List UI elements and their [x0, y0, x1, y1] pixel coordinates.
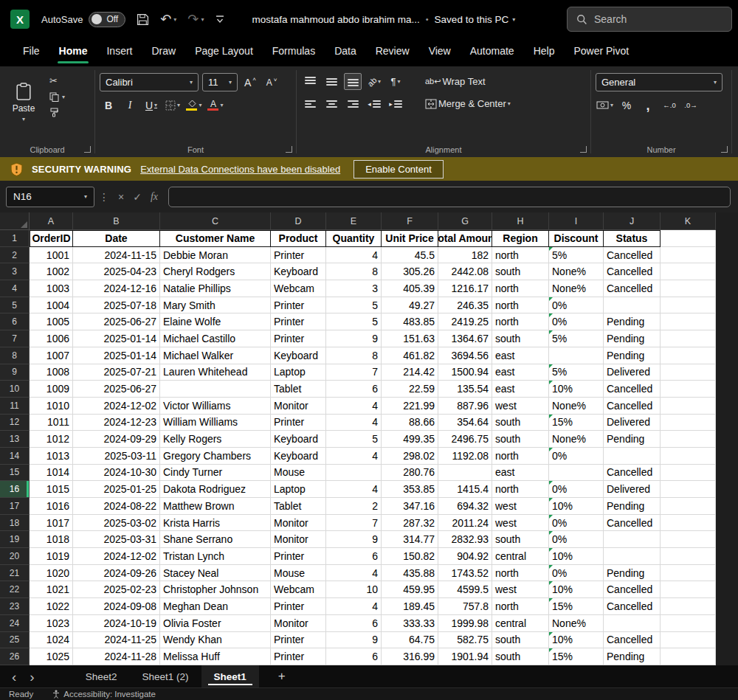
row-header-16[interactable]: 16	[0, 481, 30, 498]
cell-K26[interactable]	[661, 648, 716, 665]
cell-C5[interactable]: Mary Smith	[160, 297, 271, 314]
cell-G20[interactable]: 904.92	[438, 548, 492, 565]
cell-C13[interactable]: Kelly Rogers	[160, 431, 271, 448]
row-header-2[interactable]: 2	[0, 247, 30, 264]
row-header-11[interactable]: 11	[0, 398, 30, 415]
cell-B25[interactable]: 2024-11-25	[73, 632, 160, 649]
cell-K22[interactable]	[661, 581, 716, 598]
cell-G13[interactable]: 2496.75	[438, 431, 492, 448]
cell-B9[interactable]: 2025-07-21	[73, 364, 160, 381]
orientation-button[interactable]: ab▾	[365, 73, 383, 90]
menu-item-power-pivot[interactable]: Power Pivot	[564, 38, 638, 66]
cell-D19[interactable]: Monitor	[271, 531, 326, 548]
cell-I10[interactable]: 10%	[549, 381, 604, 398]
cell-K12[interactable]	[661, 415, 716, 432]
cell-K17[interactable]	[661, 498, 716, 515]
cell-D21[interactable]: Mouse	[271, 565, 326, 582]
decrease-indent-button[interactable]: ◂	[365, 95, 383, 112]
borders-button[interactable]: ▾	[164, 97, 182, 114]
cell-A4[interactable]: 1003	[30, 280, 73, 297]
decrease-font-size-button[interactable]: A˅	[263, 74, 280, 91]
cell-E24[interactable]: 6	[326, 615, 382, 632]
cell-E10[interactable]: 6	[326, 381, 382, 398]
clipboard-dialog-launcher[interactable]	[84, 146, 91, 153]
cell-G19[interactable]: 2832.93	[438, 531, 492, 548]
cell-I16[interactable]: 0%	[549, 481, 604, 498]
paste-button[interactable]: Paste ▾	[4, 73, 43, 131]
column-header-D[interactable]: D	[271, 212, 326, 230]
cell-J22[interactable]: Cancelled	[604, 581, 661, 598]
cell-I24[interactable]: None%	[549, 615, 604, 632]
cell-G9[interactable]: 1500.94	[438, 364, 492, 381]
cell-B8[interactable]: 2025-01-14	[73, 347, 160, 364]
cell-D26[interactable]: Printer	[271, 648, 326, 665]
cell-F6[interactable]: 483.85	[382, 313, 438, 330]
accessibility-status[interactable]: Accessibility: Investigate	[52, 690, 156, 699]
cell-C12[interactable]: William Williams	[160, 415, 271, 432]
cell-E15[interactable]	[326, 465, 382, 482]
autosave-toggle[interactable]: Off	[89, 12, 125, 27]
cell-K18[interactable]	[661, 515, 716, 532]
cell-B12[interactable]: 2024-12-23	[73, 415, 160, 432]
cell-G24[interactable]: 1999.98	[438, 615, 492, 632]
cancel-entry-button[interactable]: ×	[118, 191, 124, 203]
cell-I14[interactable]: 0%	[549, 448, 604, 465]
cell-D10[interactable]: Tablet	[271, 381, 326, 398]
cell-H22[interactable]: west	[492, 581, 549, 598]
cell-A19[interactable]: 1018	[30, 531, 73, 548]
previous-sheet-button[interactable]: ‹	[12, 670, 16, 684]
cell-F1[interactable]: Unit Price	[382, 230, 438, 247]
cell-H2[interactable]: north	[492, 247, 549, 264]
add-sheet-button[interactable]: +	[278, 669, 286, 684]
cell-I9[interactable]: 5%	[549, 364, 604, 381]
cell-B22[interactable]: 2025-02-23	[73, 581, 160, 598]
column-header-G[interactable]: G	[438, 212, 492, 230]
cell-E9[interactable]: 7	[326, 364, 382, 381]
column-header-B[interactable]: B	[73, 212, 160, 230]
cell-C15[interactable]: Cindy Turner	[160, 465, 271, 482]
cell-E17[interactable]: 2	[326, 498, 382, 515]
cell-D7[interactable]: Printer	[271, 330, 326, 347]
saved-status[interactable]: Saved to this PC ▾	[435, 14, 516, 25]
cell-C6[interactable]: Elaine Wolfe	[160, 313, 271, 330]
cell-K13[interactable]	[661, 431, 716, 448]
cell-G11[interactable]: 887.96	[438, 398, 492, 415]
cell-K7[interactable]	[661, 330, 716, 347]
cell-A20[interactable]: 1019	[30, 548, 73, 565]
cell-H15[interactable]: east	[492, 465, 549, 482]
cell-F17[interactable]: 347.16	[382, 498, 438, 515]
cell-B5[interactable]: 2025-07-18	[73, 297, 160, 314]
cell-A17[interactable]: 1016	[30, 498, 73, 515]
cell-D17[interactable]: Tablet	[271, 498, 326, 515]
cell-K8[interactable]	[661, 347, 716, 364]
cell-C17[interactable]: Matthew Brown	[160, 498, 271, 515]
column-header-J[interactable]: J	[604, 212, 661, 230]
cell-F9[interactable]: 214.42	[382, 364, 438, 381]
merge-center-button[interactable]: Merge & Center ▾	[424, 95, 511, 112]
row-header-26[interactable]: 26	[0, 648, 30, 665]
column-header-I[interactable]: I	[549, 212, 604, 230]
cell-B4[interactable]: 2024-12-16	[73, 280, 160, 297]
cell-A16[interactable]: 1015	[30, 481, 73, 498]
cell-A8[interactable]: 1007	[30, 347, 73, 364]
cell-I11[interactable]: None%	[549, 398, 604, 415]
cell-C2[interactable]: Debbie Moran	[160, 247, 271, 264]
cell-K20[interactable]	[661, 548, 716, 565]
cell-H10[interactable]: east	[492, 381, 549, 398]
row-header-8[interactable]: 8	[0, 347, 30, 364]
cell-F7[interactable]: 151.63	[382, 330, 438, 347]
cell-C8[interactable]: Michael Walker	[160, 347, 271, 364]
font-name-select[interactable]: Calibri ▾	[100, 73, 199, 91]
format-painter-button[interactable]	[49, 108, 65, 117]
cell-C4[interactable]: Natalie Phillips	[160, 280, 271, 297]
cell-H20[interactable]: central	[492, 548, 549, 565]
cell-F19[interactable]: 314.77	[382, 531, 438, 548]
cell-G2[interactable]: 182	[438, 247, 492, 264]
cell-F20[interactable]: 150.82	[382, 548, 438, 565]
decrease-decimal-button[interactable]: .0→	[682, 97, 700, 114]
cell-A6[interactable]: 1005	[30, 313, 73, 330]
cell-G18[interactable]: 2011.24	[438, 515, 492, 532]
row-header-7[interactable]: 7	[0, 330, 30, 347]
cell-A9[interactable]: 1008	[30, 364, 73, 381]
cell-D2[interactable]: Printer	[271, 247, 326, 264]
